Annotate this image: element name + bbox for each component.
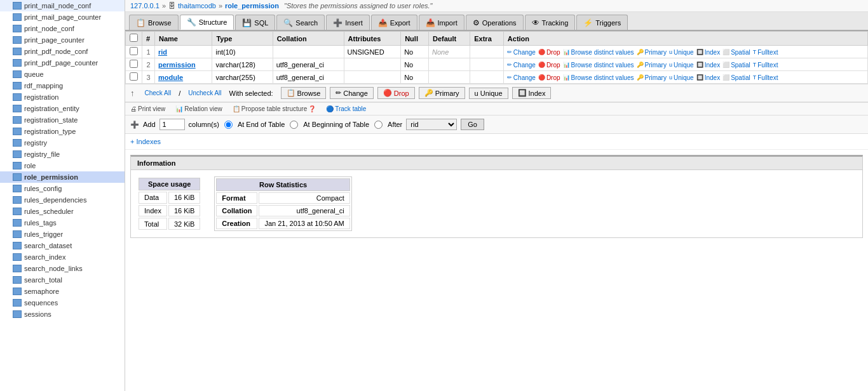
col-name-link[interactable]: permission xyxy=(158,61,196,69)
tab-insert[interactable]: ➕Insert xyxy=(326,15,370,30)
drop-link[interactable]: 🔴Drop xyxy=(538,62,560,69)
tab-triggers[interactable]: ⚡Triggers xyxy=(576,15,628,30)
breadcrumb-table[interactable]: role_permission xyxy=(225,2,279,10)
insert-icon: ➕ xyxy=(333,18,342,27)
sidebar-item-sequences[interactable]: sequences xyxy=(0,297,125,308)
sidebar-item-rules_scheduler[interactable]: rules_scheduler xyxy=(0,206,125,217)
sidebar-item-search_total[interactable]: search_total xyxy=(0,274,125,286)
breadcrumb-db[interactable]: thaitamcodb xyxy=(178,2,216,10)
sidebar-item-registration_entity[interactable]: registration_entity xyxy=(0,103,125,114)
sidebar-item-search_dataset[interactable]: search_dataset xyxy=(0,240,125,251)
sidebar-item-rules_tags[interactable]: rules_tags xyxy=(0,217,125,229)
sidebar-item-print_node_conf[interactable]: print_node_conf xyxy=(0,23,125,34)
tab-tracking[interactable]: 👁Tracking xyxy=(525,15,576,30)
col-name-link[interactable]: rid xyxy=(158,48,167,56)
indexes-toggle[interactable]: + Indexes xyxy=(130,138,161,145)
go-button[interactable]: Go xyxy=(461,119,484,130)
after-column-select[interactable]: rid permission module xyxy=(406,119,457,130)
tab-sql[interactable]: 💾SQL xyxy=(235,15,275,30)
sidebar-item-rules_config[interactable]: rules_config xyxy=(0,183,125,194)
primary-icon: 🔑 xyxy=(424,89,433,97)
sidebar-item-registration[interactable]: registration xyxy=(0,91,125,103)
browse-distinct-link[interactable]: 📊Browse distinct values xyxy=(563,62,634,69)
check-all-link[interactable]: Check All xyxy=(145,89,172,96)
change-selected-btn[interactable]: ✏ Change xyxy=(330,87,374,99)
sidebar-item-semaphore[interactable]: semaphore xyxy=(0,286,125,297)
at-beginning-radio[interactable] xyxy=(290,121,298,129)
print-view-link[interactable]: 🖨 Print view xyxy=(130,105,165,112)
sidebar-item-registry_file[interactable]: registry_file xyxy=(0,149,125,160)
change-link[interactable]: ✏Change xyxy=(507,62,536,69)
spatial-link[interactable]: ⬜Spatial xyxy=(722,62,750,69)
sidebar-item-rules_dependencies[interactable]: rules_dependencies xyxy=(0,194,125,206)
links-row: 🖨 Print view 📊 Relation view 📋 Propose t… xyxy=(125,102,868,116)
add-column-count[interactable] xyxy=(159,119,185,130)
unique-link[interactable]: uUnique xyxy=(669,74,694,81)
drop-selected-btn[interactable]: 🔴 Drop xyxy=(377,87,415,99)
browse-distinct-link[interactable]: 📊Browse distinct values xyxy=(563,74,634,81)
browse-distinct-link[interactable]: 📊Browse distinct values xyxy=(563,49,634,56)
index-link[interactable]: 🔲Index xyxy=(696,74,720,81)
sidebar-item-sessions[interactable]: sessions xyxy=(0,308,125,320)
sidebar-item-print_pdf_node_conf[interactable]: print_pdf_node_conf xyxy=(0,46,125,57)
unique-link[interactable]: uUnique xyxy=(669,62,694,69)
sidebar-item-role[interactable]: role xyxy=(0,160,125,171)
primary-link[interactable]: 🔑Primary xyxy=(637,74,667,81)
tab-browse[interactable]: 📋Browse xyxy=(129,15,179,30)
track-table-link[interactable]: 🔵 Track table xyxy=(326,105,366,112)
sidebar-item-queue[interactable]: queue xyxy=(0,69,125,80)
change-link[interactable]: ✏Change xyxy=(507,49,536,56)
col-name-link[interactable]: module xyxy=(158,74,183,81)
propose-structure-link[interactable]: 📋 Propose table structure ❓ xyxy=(233,105,316,112)
select-all-checkbox[interactable] xyxy=(130,34,138,42)
drop-link[interactable]: 🔴Drop xyxy=(538,74,560,81)
indexes-section[interactable]: + Indexes xyxy=(125,134,868,150)
browse-selected-btn[interactable]: 📋 Browse xyxy=(281,87,327,99)
primary-selected-btn[interactable]: 🔑 Primary xyxy=(419,87,465,99)
index-link[interactable]: 🔲Index xyxy=(696,62,720,69)
sidebar-item-print_pdf_page_counter[interactable]: print_pdf_page_counter xyxy=(0,57,125,69)
drop-link-icon: 🔴 xyxy=(538,74,545,81)
primary-link[interactable]: 🔑Primary xyxy=(637,62,667,69)
tab-operations[interactable]: ⚙Operations xyxy=(466,15,524,30)
fulltext-link[interactable]: TFulltext xyxy=(753,49,778,56)
sidebar-item-registration_type[interactable]: registration_type xyxy=(0,126,125,137)
sidebar-item-print_mail_node_conf[interactable]: print_mail_node_conf xyxy=(0,0,125,11)
primary-link[interactable]: 🔑Primary xyxy=(637,49,667,56)
sidebar-item-role_permission[interactable]: role_permission xyxy=(0,171,125,183)
change-link[interactable]: ✏Change xyxy=(507,74,536,81)
table-icon xyxy=(13,208,22,215)
index-link[interactable]: 🔲Index xyxy=(696,49,720,56)
spatial-link[interactable]: ⬜Spatial xyxy=(722,74,750,81)
tab-export[interactable]: 📤Export xyxy=(371,15,417,30)
fulltext-link[interactable]: TFulltext xyxy=(753,74,778,81)
sidebar-item-search_index[interactable]: search_index xyxy=(0,251,125,263)
uncheck-all-link[interactable]: Uncheck All xyxy=(188,89,221,96)
tab-search[interactable]: 🔍Search xyxy=(276,15,325,30)
after-radio[interactable] xyxy=(374,121,383,129)
total-row: Total 32 KiB xyxy=(139,218,200,230)
sidebar-item-rdf_mapping[interactable]: rdf_mapping xyxy=(0,80,125,91)
fulltext-link[interactable]: TFulltext xyxy=(753,62,778,69)
relation-view-link[interactable]: 📊 Relation view xyxy=(175,105,222,112)
sidebar-item-registry[interactable]: registry xyxy=(0,137,125,149)
sidebar-item-registration_state[interactable]: registration_state xyxy=(0,114,125,126)
sidebar-item-print_page_counter[interactable]: print_page_counter xyxy=(0,34,125,46)
row-checkbox[interactable] xyxy=(130,47,138,55)
tab-structure[interactable]: 🔧Structure xyxy=(180,15,234,30)
row-checkbox[interactable] xyxy=(130,72,138,81)
sidebar-item-search_node_links[interactable]: search_node_links xyxy=(0,263,125,274)
row-checkbox[interactable] xyxy=(130,60,138,68)
spatial-link[interactable]: ⬜Spatial xyxy=(722,49,750,56)
sidebar-item-label: rules_config xyxy=(24,185,62,192)
collation-row: Collation utf8_general_ci xyxy=(216,205,349,216)
fulltext-link-icon: T xyxy=(753,62,757,68)
unique-link[interactable]: uUnique xyxy=(669,49,694,56)
sidebar-item-print_mail_page_counter[interactable]: print_mail_page_counter xyxy=(0,11,125,23)
drop-link[interactable]: 🔴Drop xyxy=(538,49,560,56)
sidebar-item-rules_trigger[interactable]: rules_trigger xyxy=(0,229,125,240)
tab-import[interactable]: 📥Import xyxy=(419,15,465,30)
index-selected-btn[interactable]: 🔲 Index xyxy=(512,87,552,99)
at-end-radio[interactable] xyxy=(224,121,233,129)
unique-selected-btn[interactable]: u Unique xyxy=(469,88,508,99)
